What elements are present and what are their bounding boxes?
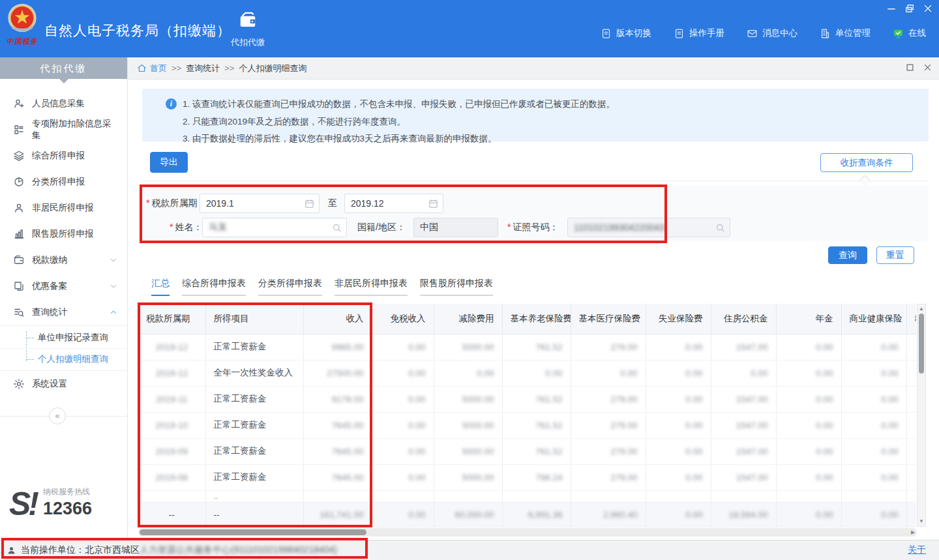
id-number-value-redacted: 110102199304220043 (574, 222, 664, 233)
redacted-value: 279.00 (610, 394, 637, 404)
period-from-input[interactable]: 2019.1 (200, 194, 320, 213)
notice-box: i 1. 该查询统计表仅能查询已申报成功的数据，不包含未申报、申报失败，已申报但… (142, 89, 929, 141)
top-menu-version-switch[interactable]: 版本切换 (601, 27, 651, 39)
redacted-value: 0.00 (881, 510, 898, 520)
sidebar-item-label: 优惠备案 (32, 280, 67, 292)
cell (906, 502, 916, 527)
column-header-0: 税款所属期 (138, 304, 205, 334)
redacted-value: 761.52 (535, 420, 562, 430)
query-form: 税款所属期： 2019.1 至 2019.12 姓名： 马某 国籍/地区： (142, 186, 929, 241)
cell: 2,960.40 (571, 502, 646, 527)
sidebar-item-personnel-info-collect[interactable]: 人员信息采集 (0, 91, 127, 117)
module-tab-withholding[interactable]: 代扣代缴 (227, 10, 269, 48)
column-header-6: 基本医疗保险费 (571, 304, 646, 334)
sidebar-collapse-button[interactable]: « (49, 407, 66, 424)
panel-restore-icon[interactable] (905, 63, 915, 72)
search-icon[interactable] (715, 222, 726, 233)
sidebar-item-label: 综合所得申报 (32, 150, 85, 162)
cell: 0.00 (646, 464, 711, 490)
collapse-query-button[interactable]: 收折查询条件 (820, 153, 913, 172)
form-list-icon (13, 124, 25, 136)
home-icon (137, 63, 147, 73)
name-input[interactable]: 马某 (202, 218, 347, 237)
cell (571, 490, 646, 502)
app-title: 自然人电子税务局（扣缴端） (44, 22, 231, 40)
redacted-value: 0.00 (685, 510, 702, 520)
horizontal-scroll-thumb[interactable] (140, 529, 366, 535)
reset-button[interactable]: 重置 (876, 246, 914, 264)
column-header-10: 商业健康保险 (841, 304, 906, 334)
sidebar-item-tax-payment[interactable]: 税款缴纳 (0, 247, 127, 273)
search-icon[interactable] (331, 222, 342, 233)
sidebar: 代扣代缴 人员信息采集专项附加扣除信息采集综合所得申报分类所得申报非居民所得申报… (0, 57, 128, 540)
sidebar-item-label: 查询统计 (32, 306, 67, 318)
sidebar-subitem-unit-declare-record-query[interactable]: 单位申报记录查询 (0, 327, 127, 348)
redacted-value: 2019-11 (156, 394, 188, 404)
panel-close-icon[interactable] (923, 63, 932, 72)
cell (776, 490, 841, 502)
vertical-scroll-thumb[interactable] (919, 314, 924, 374)
tab-summary[interactable]: 汇总 (151, 278, 170, 296)
calendar-icon[interactable] (428, 198, 439, 209)
window-controls (886, 3, 934, 14)
sidebar-item-classified-income-declare[interactable]: 分类所得申报 (0, 169, 127, 195)
sidebar-item-nonresident-income-declare[interactable]: 非居民所得申报 (0, 195, 127, 221)
cell: 1547.00 (711, 412, 776, 438)
top-menu-message-center[interactable]: 消息中心 (747, 27, 797, 39)
scroll-up-icon[interactable]: ▲ (917, 305, 925, 313)
export-button[interactable]: 导出 (150, 152, 188, 173)
cell (372, 490, 434, 502)
cell: 2019-12 (138, 360, 205, 386)
sidebar-subitem-personal-withholding-detail-query[interactable]: 个人扣缴明细查询 (0, 348, 127, 369)
redacted-value: 0.00 (881, 342, 898, 352)
about-link[interactable]: 关于 (908, 544, 926, 556)
close-icon[interactable] (922, 3, 934, 14)
table-row-5: 2019-08正常工资薪金7645.000.005000.00798.24279… (138, 464, 916, 490)
redacted-value: 1547.00 (736, 420, 768, 430)
minimize-icon[interactable] (886, 3, 897, 14)
redacted-value: 1547.00 (736, 447, 768, 456)
calendar-icon[interactable] (304, 198, 315, 209)
breadcrumb-query-statistics[interactable]: 查询统计 (186, 63, 220, 74)
horizontal-scrollbar[interactable]: ▶ (138, 528, 917, 537)
sidebar-item-special-deduction-collect[interactable]: 专项附加扣除信息采集 (0, 117, 127, 143)
tab-nonresident-income-form[interactable]: 非居民所得申报表 (335, 278, 408, 296)
cell: 0.00 (646, 360, 711, 386)
cell: 0.00 (646, 502, 711, 527)
cell (711, 490, 776, 502)
top-menu-operation-manual[interactable]: 操作手册 (674, 27, 724, 39)
cell (906, 464, 916, 490)
redacted-value: 5000.00 (462, 420, 494, 430)
breadcrumb-home[interactable]: 首页 (150, 63, 167, 74)
redacted-value: 0.00 (545, 368, 562, 378)
cell: 正常工资薪金 (205, 386, 303, 412)
cell: 0.00 (841, 438, 906, 464)
cell: 6,991.36 (502, 502, 571, 527)
person-icon (13, 202, 25, 214)
period-to-input[interactable]: 2019.12 (344, 194, 443, 213)
cell: 0.00 (434, 360, 502, 386)
vertical-scrollbar[interactable]: ▲ ▼ (917, 304, 926, 527)
tab-classified-income-form[interactable]: 分类所得申报表 (258, 278, 322, 296)
scroll-right-icon[interactable]: ▶ (909, 528, 917, 537)
scroll-down-icon[interactable]: ▼ (917, 518, 925, 525)
cell: 0.00 (372, 386, 434, 412)
restore-icon[interactable] (904, 3, 916, 14)
sidebar-item-query-statistics[interactable]: 查询统计 (0, 299, 127, 325)
redacted-value: 0.00 (881, 368, 898, 378)
query-button[interactable]: 查询 (828, 246, 867, 264)
redacted-value: 9178.00 (332, 394, 364, 404)
redacted-value: 1547.00 (736, 394, 768, 404)
top-menu-online-status[interactable]: 在线 (893, 27, 926, 39)
sidebar-item-restricted-shares-declare[interactable]: 限售股所得申报 (0, 221, 127, 247)
sidebar-item-system-settings[interactable]: 系统设置 (0, 371, 127, 397)
id-number-input[interactable]: 110102199304220043 (567, 218, 730, 237)
tab-restricted-shares-form[interactable]: 限售股所得申报表 (420, 278, 493, 296)
cell: -- (205, 502, 303, 527)
period-label: 税款所属期： (146, 198, 206, 209)
cell (906, 490, 916, 502)
tab-comprehensive-income-form[interactable]: 综合所得申报表 (182, 278, 246, 296)
top-menu-unit-management[interactable]: 单位管理 (820, 27, 871, 39)
sidebar-item-comprehensive-income-declare[interactable]: 综合所得申报 (0, 143, 127, 169)
sidebar-item-preferential-filing[interactable]: 优惠备案 (0, 273, 127, 299)
